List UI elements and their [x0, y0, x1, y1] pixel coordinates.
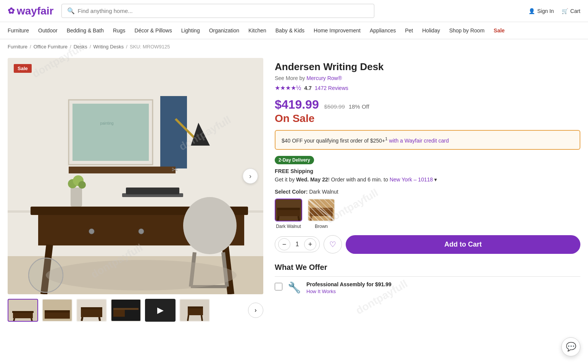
nav-item-organization[interactable]: Organization: [209, 22, 239, 39]
sign-in-label: Sign In: [537, 8, 554, 14]
on-sale-text: On Sale: [275, 112, 580, 125]
image-next-button[interactable]: ›: [243, 168, 258, 184]
nav-item-baby[interactable]: Baby & Kids: [275, 22, 304, 39]
svg-point-22: [46, 260, 237, 290]
discount-percent: 18% Off: [349, 103, 369, 110]
credit-card-offer: $40 OFF your qualifying first order of $…: [275, 130, 580, 150]
thumbnail-1[interactable]: [8, 299, 38, 322]
cart-section: − 1 + ♡ Add to Cart: [275, 235, 580, 254]
nav-item-lighting[interactable]: Lighting: [181, 22, 200, 39]
nav-item-sale[interactable]: Sale: [494, 22, 505, 39]
breadcrumb: Furniture / Office Furniture / Desks / W…: [0, 39, 588, 54]
color-label-text: Select Color:: [275, 189, 308, 195]
search-bar-container[interactable]: 🔍: [61, 4, 374, 18]
credit-offer-link[interactable]: with a Wayfair credit card: [389, 138, 449, 144]
delivery-location-link[interactable]: New York – 10118: [390, 176, 433, 183]
delivery-prefix: Get it by: [275, 176, 296, 183]
breadcrumb-writing-desks[interactable]: Writing Desks: [93, 44, 124, 50]
nav-item-shop-by-room[interactable]: Shop by Room: [449, 22, 485, 39]
credit-offer-text: $40 OFF your qualifying first order of $…: [282, 138, 385, 144]
credit-offer-superscript: 1: [385, 136, 387, 141]
search-input[interactable]: [78, 8, 369, 14]
sign-in-button[interactable]: 👤 Sign In: [528, 8, 554, 14]
cart-button[interactable]: 🛒 Cart: [562, 8, 580, 14]
thumbnails: ▶ ›: [8, 299, 263, 322]
svg-line-60: [311, 216, 311, 221]
thumbnail-2[interactable]: [42, 299, 72, 322]
svg-line-56: [298, 216, 299, 221]
color-section: Select Color: Dark Walnut Dark Walnut Br…: [275, 189, 580, 229]
quantity-control: − 1 +: [275, 236, 320, 252]
svg-rect-57: [308, 199, 334, 221]
thumbnails-next-button[interactable]: ›: [248, 303, 263, 318]
see-more-text: See More by: [275, 75, 306, 81]
breadcrumb-office-furniture[interactable]: Office Furniture: [34, 44, 68, 50]
main-content: Sale painting ✂: [0, 54, 588, 333]
nav-item-pet[interactable]: Pet: [405, 22, 413, 39]
svg-rect-6: [160, 96, 187, 168]
wishlist-button[interactable]: ♡: [324, 235, 342, 253]
nav-item-outdoor[interactable]: Outdoor: [38, 22, 58, 39]
add-to-cart-button[interactable]: Add to Cart: [346, 235, 580, 254]
thumbnail-4[interactable]: [111, 299, 141, 322]
breadcrumb-sku: SKU: MROW9125: [130, 44, 170, 50]
svg-line-51: [201, 315, 202, 321]
header-actions: 👤 Sign In 🛒 Cart: [528, 8, 580, 14]
color-name-brown: Brown: [315, 224, 328, 229]
nav-item-appliances[interactable]: Appliances: [370, 22, 396, 39]
svg-line-55: [278, 216, 279, 221]
color-option-brown[interactable]: Brown: [308, 199, 335, 229]
thumbnail-3[interactable]: [76, 299, 107, 322]
svg-rect-9: [69, 167, 176, 173]
svg-rect-40: [81, 307, 102, 309]
svg-rect-48: [188, 306, 203, 308]
assembly-checkbox[interactable]: [275, 283, 282, 290]
svg-text:✂: ✂: [172, 165, 178, 174]
logo[interactable]: ✿ wayfair: [8, 5, 54, 17]
thumbnail-5[interactable]: [179, 299, 210, 322]
rating-number: 4.7: [304, 85, 311, 91]
current-price: $419.99: [275, 98, 319, 111]
how-it-works-link[interactable]: How It Works: [306, 289, 336, 294]
quantity-increase-button[interactable]: +: [304, 238, 316, 250]
offers-section: What We Offer 🔧 Professional Assembly fo…: [275, 263, 580, 299]
nav-item-decor[interactable]: Décor & Pillows: [135, 22, 172, 39]
main-nav: Furniture Outdoor Bedding & Bath Rugs Dé…: [0, 22, 588, 39]
svg-rect-59: [310, 210, 333, 216]
color-name-dark-walnut: Dark Walnut: [276, 224, 301, 229]
assembly-icon: 🔧: [288, 281, 301, 294]
nav-item-bedding[interactable]: Bedding & Bath: [67, 22, 104, 39]
delivery-suffix: and 6 min. to: [357, 176, 388, 183]
nav-item-holiday[interactable]: Holiday: [422, 22, 440, 39]
cart-icon: 🛒: [562, 8, 568, 14]
breadcrumb-sep-2: /: [70, 44, 71, 50]
nav-item-furniture[interactable]: Furniture: [8, 22, 29, 39]
color-option-dark-walnut[interactable]: Dark Walnut: [275, 199, 302, 229]
cart-label: Cart: [570, 8, 580, 14]
breadcrumb-desks[interactable]: Desks: [74, 44, 87, 50]
svg-rect-24: [126, 188, 179, 194]
svg-point-18: [183, 197, 237, 254]
color-swatch-dark-walnut[interactable]: [275, 199, 302, 221]
delivery-date: Wed. May 22: [296, 176, 328, 183]
breadcrumb-sep-1: /: [30, 44, 31, 50]
quantity-decrease-button[interactable]: −: [278, 238, 290, 250]
delivery-middle: ! Order with: [328, 176, 356, 183]
color-label: Select Color: Dark Walnut: [275, 189, 580, 195]
nav-item-kitchen[interactable]: Kitchen: [248, 22, 266, 39]
svg-rect-4: [72, 104, 149, 161]
svg-rect-38: [45, 313, 70, 319]
nav-item-home-improvement[interactable]: Home Improvement: [314, 22, 361, 39]
assembly-text: Professional Assembly for $91.99 How It …: [306, 281, 391, 294]
star-rating: ★★★★½: [275, 84, 301, 91]
breadcrumb-sep-4: /: [126, 44, 127, 50]
color-swatch-brown[interactable]: [308, 199, 335, 221]
shipping-text: FREE Shipping: [275, 168, 580, 174]
svg-line-61: [331, 216, 332, 221]
assembly-label: Professional Assembly for $91.99: [306, 281, 391, 287]
thumbnail-video[interactable]: ▶: [145, 299, 176, 322]
reviews-link[interactable]: 1472 Reviews: [315, 85, 348, 91]
brand-link[interactable]: Mercury Row®: [306, 75, 342, 81]
nav-item-rugs[interactable]: Rugs: [113, 22, 126, 39]
breadcrumb-furniture[interactable]: Furniture: [8, 44, 27, 50]
